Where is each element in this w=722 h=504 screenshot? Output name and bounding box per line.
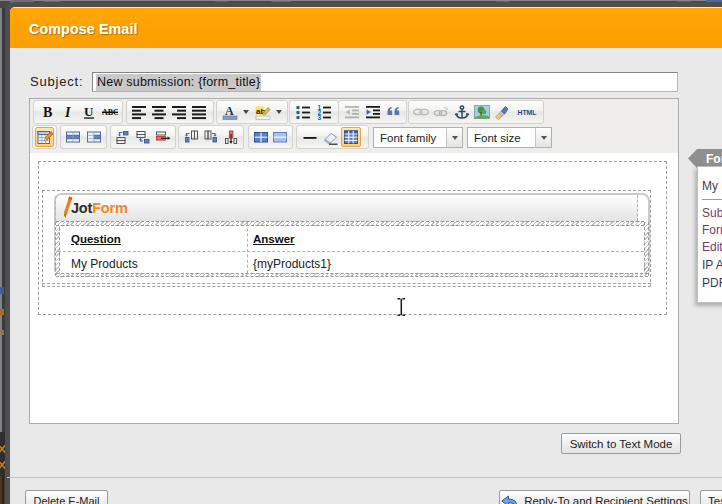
svg-text:B: B (43, 105, 52, 120)
svg-text:3: 3 (317, 114, 321, 120)
svg-text:U: U (84, 104, 94, 119)
svg-text:I: I (64, 105, 71, 120)
svg-text:HTML: HTML (517, 109, 536, 116)
